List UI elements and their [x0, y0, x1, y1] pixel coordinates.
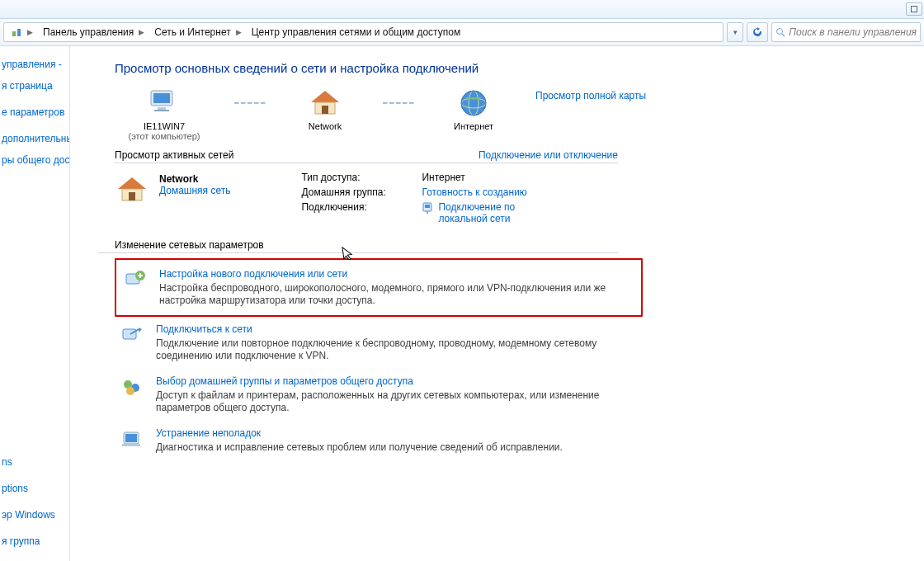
chevron-right-icon: ▶: [27, 28, 33, 36]
active-network-info: Network Домашняя сеть: [115, 170, 230, 224]
refresh-button[interactable]: [747, 22, 768, 42]
task-new-connection[interactable]: Настройка нового подключения или сети На…: [115, 258, 643, 317]
house-icon: [115, 173, 149, 206]
task-desc: Диагностика и исправление сетевых пробле…: [156, 441, 563, 454]
svg-rect-31: [122, 444, 140, 446]
body: управления - я страница е параметров доп…: [0, 46, 924, 561]
svg-rect-6: [153, 93, 170, 103]
chevron-right-icon: ▶: [139, 28, 144, 36]
task-title[interactable]: Устранение неполадок: [156, 427, 563, 440]
active-network-details: Тип доступа: Интернет Домашняя группа: Г…: [301, 170, 545, 224]
task-title[interactable]: Выбор домашней группы и параметров общег…: [156, 375, 631, 388]
dropdown-history-button[interactable]: ▼: [727, 22, 743, 42]
sidebar-link[interactable]: дополнительные: [2, 132, 66, 145]
globe-icon: [454, 87, 493, 120]
node-this-pc: IE11WIN7 (этот компьютер): [115, 87, 214, 141]
titlebar: [0, 0, 924, 19]
task-homegroup[interactable]: Выбор домашней группы и параметров общег…: [115, 369, 636, 421]
svg-rect-20: [425, 205, 430, 208]
title-button[interactable]: [906, 2, 922, 16]
breadcrumb-item[interactable]: Сеть и Интернет ▶: [149, 23, 246, 41]
active-network: Network Домашняя сеть Тип доступа: Интер…: [115, 170, 899, 224]
network-map: IE11WIN7 (этот компьютер) ━━━━━ Network …: [115, 87, 899, 141]
search-input[interactable]: Поиск в панели управления: [771, 22, 921, 42]
sidebar-link[interactable]: е параметров: [2, 106, 66, 119]
breadcrumb-label: Центр управления сетями и общим доступом: [252, 26, 461, 38]
network-type-link[interactable]: Домашняя сеть: [159, 185, 230, 196]
troubleshoot-icon: [120, 427, 144, 450]
sidebar: управления - я страница е параметров доп…: [0, 46, 70, 561]
svg-rect-2: [17, 29, 21, 36]
full-map-link[interactable]: Просмотр полной карты: [535, 87, 646, 101]
connect-disconnect-link[interactable]: Подключение или отключение: [478, 149, 618, 161]
section-title: Просмотр активных сетей: [115, 149, 233, 161]
sidebar-see-also-link[interactable]: я группа: [2, 535, 66, 548]
svg-rect-24: [123, 329, 136, 339]
svg-rect-0: [912, 7, 917, 12]
svg-marker-25: [139, 328, 142, 332]
svg-rect-30: [125, 434, 137, 442]
breadcrumb-label: Панель управления: [43, 26, 134, 38]
svg-point-28: [126, 387, 134, 395]
node-label: IE11WIN7: [115, 121, 214, 131]
window: ▶ Панель управления ▶ Сеть и Интернет ▶ …: [0, 0, 924, 561]
sidebar-link[interactable]: ры общего доступа: [2, 153, 66, 167]
node-sublabel: (этот компьютер): [115, 131, 214, 141]
node-label: Network: [288, 121, 362, 131]
chevron-down-icon: ▼: [732, 29, 738, 36]
computer-icon: [144, 87, 184, 120]
breadcrumb-item[interactable]: Панель управления ▶: [38, 23, 149, 41]
ethernet-icon: [422, 201, 433, 214]
svg-rect-8: [154, 110, 169, 111]
search-placeholder: Поиск в панели управления: [789, 26, 917, 38]
task-troubleshoot[interactable]: Устранение неполадок Диагностика и испра…: [115, 421, 636, 460]
homegroup-label: Домашняя группа:: [301, 186, 417, 198]
network-name: Network: [159, 173, 230, 185]
svg-rect-7: [158, 107, 166, 110]
breadcrumb-root-icon[interactable]: ▶: [6, 23, 38, 41]
sidebar-see-also-link[interactable]: эр Windows: [2, 508, 66, 521]
svg-rect-1: [12, 31, 16, 36]
access-type-value: Интернет: [422, 172, 545, 183]
svg-rect-21: [427, 211, 428, 214]
homegroup-icon: [120, 375, 144, 398]
refresh-icon: [752, 26, 763, 38]
house-icon: [305, 87, 345, 120]
connections-label: Подключения:: [301, 201, 417, 224]
svg-rect-11: [322, 106, 328, 114]
node-internet: Интернет: [436, 87, 511, 131]
search-icon: [776, 27, 785, 37]
chevron-right-icon: ▶: [236, 28, 242, 36]
svg-marker-9: [311, 91, 339, 102]
breadcrumb[interactable]: ▶ Панель управления ▶ Сеть и Интернет ▶ …: [3, 22, 724, 42]
connection-line: ━━━━━: [222, 87, 280, 120]
node-label: Интернет: [436, 121, 511, 131]
task-connect[interactable]: Подключиться к сети Подключение или повт…: [115, 317, 636, 369]
settings-header: Изменение сетевых параметров: [98, 239, 618, 253]
task-desc: Настройка беспроводного, широкополосного…: [159, 282, 634, 307]
sidebar-link[interactable]: управления -: [2, 58, 66, 71]
address-bar: ▶ Панель управления ▶ Сеть и Интернет ▶ …: [0, 19, 924, 46]
page-title: Просмотр основных сведений о сети и наст…: [115, 61, 899, 75]
new-connection-icon: [123, 268, 148, 291]
svg-point-3: [777, 29, 783, 35]
homegroup-link[interactable]: Готовность к созданию: [422, 186, 545, 198]
connection-line: ━━━━━: [370, 87, 428, 120]
active-networks-header: Просмотр активных сетей Подключение или …: [115, 149, 618, 163]
task-desc: Подключение или повторное подключение к …: [156, 337, 631, 362]
access-type-label: Тип доступа:: [301, 172, 417, 183]
task-desc: Доступ к файлам и принтерам, расположенн…: [156, 389, 631, 414]
breadcrumb-label: Сеть и Интернет: [154, 26, 230, 38]
task-title[interactable]: Подключиться к сети: [156, 323, 631, 336]
task-title[interactable]: Настройка нового подключения или сети: [159, 268, 634, 280]
svg-marker-16: [118, 177, 146, 189]
node-network: Network: [288, 87, 362, 131]
sidebar-see-also-link[interactable]: ns: [2, 455, 66, 469]
svg-line-4: [782, 34, 785, 36]
svg-rect-18: [129, 192, 135, 200]
connect-icon: [120, 323, 144, 346]
sidebar-link[interactable]: я страница: [2, 79, 66, 92]
breadcrumb-item[interactable]: Центр управления сетями и общим доступом: [247, 23, 466, 41]
connection-link[interactable]: Подключение по локальной сети: [438, 201, 545, 224]
sidebar-see-also-link[interactable]: ptions: [2, 482, 66, 495]
